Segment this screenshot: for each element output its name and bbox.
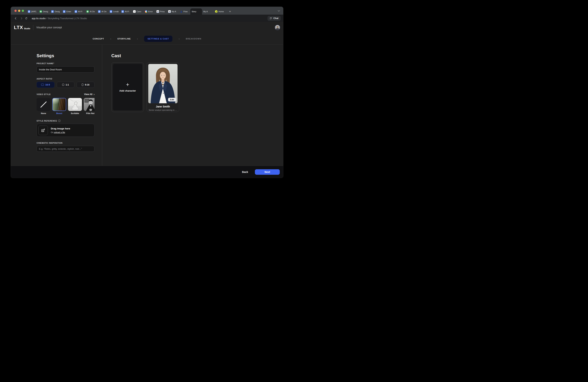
add-character-card[interactable]: + Add character	[111, 62, 144, 112]
browser-tab[interactable]: Home	[214, 8, 225, 15]
tab-title: AI-Fi	[78, 10, 82, 13]
browser-tab[interactable]: Desig	[38, 8, 50, 15]
view-all-button[interactable]: View All›	[84, 93, 95, 96]
landscape-ratio-icon	[41, 84, 44, 86]
style-option-scribble[interactable]: Scribble	[68, 98, 82, 114]
back-step-button[interactable]: Back	[240, 169, 250, 175]
browser-tab[interactable]: Canv	[132, 8, 144, 15]
browser-tab[interactable]: Enter	[62, 8, 73, 15]
browser-tab[interactable]: AI-Fi	[73, 8, 85, 15]
tab-title: Priva	[160, 10, 165, 13]
app-header: LTX Studio Visualize your concept	[11, 22, 283, 33]
zoom-window-button[interactable]	[22, 10, 24, 12]
chat-button[interactable]: Chat	[268, 16, 281, 21]
upload-icon-box	[38, 126, 48, 135]
new-tab-button[interactable]: +	[228, 9, 232, 14]
or-text: Or	[51, 131, 54, 133]
edit-button[interactable]: Edit	[168, 98, 176, 101]
chevron-right-icon: ›	[137, 37, 138, 40]
browser-tab[interactable]: AI-Fi	[120, 8, 132, 15]
browser-tab-active[interactable]: Story	[190, 8, 202, 15]
close-window-button[interactable]	[14, 10, 17, 12]
canva-icon	[133, 10, 136, 13]
address-bar[interactable]: app.ltx.studio / Storytelling Transforme…	[32, 17, 87, 20]
browser-tab[interactable]: Flow	[179, 8, 190, 15]
reload-button[interactable]	[23, 16, 29, 21]
style-reference-dropzone[interactable]: Drag image here Or upload a file	[37, 124, 95, 137]
gdocs-icon	[28, 10, 30, 13]
browser-tab[interactable]: My A	[167, 8, 179, 15]
back-icon	[15, 17, 17, 20]
settings-title: Settings	[37, 53, 95, 58]
ltx-studio-app: LTX Studio Visualize your concept CONCEP…	[11, 22, 283, 178]
chevron-right-icon: ›	[110, 37, 111, 40]
tab-title: Desig	[43, 10, 48, 13]
gdocs-icon	[51, 10, 54, 13]
character-description: Senior analyst specializing in he...	[148, 109, 178, 111]
style-option-none[interactable]: None	[37, 98, 50, 114]
browser-tab[interactable]: My A	[202, 8, 214, 15]
plus-icon: +	[126, 82, 129, 87]
tab-title: My A	[203, 10, 208, 13]
chevron-right-icon: ›	[179, 37, 180, 40]
browser-tab[interactable]: AI De	[85, 8, 97, 15]
gdocs-icon	[75, 10, 77, 13]
tab-list: [WIP] Desig Desig Enter AI-Fi AI De AI D…	[26, 7, 232, 15]
gdocs-icon	[121, 10, 124, 13]
workflow-stepper: CONCEPT › STORYLINE › SETTINGS & CAST › …	[11, 33, 283, 45]
url-host: app.ltx.studio	[32, 17, 46, 20]
upload-file-link[interactable]: upload a file	[54, 131, 65, 133]
tab-title: My A	[172, 10, 176, 13]
project-name-input[interactable]	[37, 66, 95, 73]
user-avatar[interactable]	[275, 25, 280, 30]
gsheets-icon	[40, 10, 42, 13]
aspect-option-1x1[interactable]: 1:1	[57, 82, 75, 88]
flask-icon	[180, 10, 183, 13]
google-icon	[145, 10, 147, 13]
project-name-group: PROJECT NAME*	[37, 62, 95, 73]
footer-bar: Back Next	[11, 166, 283, 178]
ai-studio-icon	[168, 10, 171, 13]
cast-panel: Cast + Add character	[102, 45, 283, 166]
step-breakdown[interactable]: BREAKDOWN	[186, 38, 201, 40]
aspect-ratio-label: ASPECT RATIO	[37, 78, 95, 80]
boost-style-thumbnail	[52, 98, 66, 111]
gdocs-icon	[110, 10, 112, 13]
next-step-button[interactable]: Next	[255, 169, 280, 175]
info-icon[interactable]: i	[58, 120, 61, 122]
image-upload-icon	[41, 128, 45, 132]
tab-strip: [WIP] Desig Desig Enter AI-Fi AI De AI D…	[11, 7, 283, 15]
browser-window: [WIP] Desig Desig Enter AI-Fi AI De AI D…	[11, 7, 283, 178]
reload-icon	[25, 17, 28, 20]
video-style-group: VIDEO STYLE View All› None Boost	[37, 93, 95, 114]
style-option-boost[interactable]: Boost	[52, 98, 66, 114]
aspect-option-16x9[interactable]: 16:9	[37, 82, 55, 88]
aspect-option-9x16[interactable]: 9:16	[77, 82, 95, 88]
step-storyline[interactable]: STORYLINE	[117, 38, 131, 40]
back-button[interactable]	[13, 16, 19, 21]
tab-title: AI-Fi	[125, 10, 129, 13]
minimize-window-button[interactable]	[18, 10, 20, 12]
drag-image-title: Drag image here	[51, 127, 70, 130]
character-name: Jane Smith	[148, 105, 178, 108]
cinematic-inspiration-group: CINEMATIC INSPIRATION	[37, 142, 95, 152]
cinematic-inspiration-input[interactable]	[37, 146, 95, 152]
tab-search-chevron-icon[interactable]	[278, 9, 280, 11]
step-concept[interactable]: CONCEPT	[93, 38, 104, 40]
tab-title: AI De	[102, 10, 106, 13]
style-reference-label: STYLE REFERENCE	[37, 120, 57, 122]
browser-tab[interactable]: Priva	[155, 8, 167, 15]
browser-tab[interactable]: AI De	[97, 8, 108, 15]
forward-button[interactable]	[19, 16, 23, 21]
scribble-style-thumbnail	[68, 98, 82, 111]
browser-tab[interactable]: Error	[144, 8, 155, 15]
film-noir-style-thumbnail	[84, 98, 95, 111]
browser-tab[interactable]: Desig	[50, 8, 62, 15]
style-option-film-noir[interactable]: Film Noir	[84, 98, 95, 114]
ltx-logo-suffix: Studio	[24, 28, 30, 30]
character-card[interactable]: Edit Jane Smith Senior analyst specializ…	[147, 62, 179, 112]
portrait-ratio-icon	[82, 83, 83, 86]
browser-tab[interactable]: Lovab	[108, 8, 120, 15]
step-settings-cast[interactable]: SETTINGS & CAST	[144, 36, 172, 42]
browser-tab[interactable]: [WIP]	[26, 8, 38, 15]
